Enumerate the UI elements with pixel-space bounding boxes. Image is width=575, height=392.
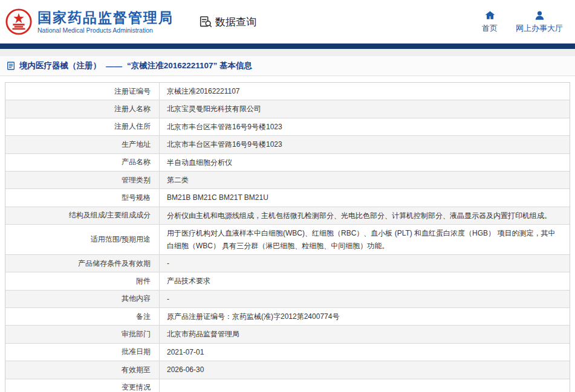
- row-value: 原产品注册证编号：京药监械(准)字2012第2400774号: [160, 308, 570, 325]
- registration-info-table: 注册证编号京械注准20162221107注册人名称北京宝灵曼阳光科技有限公司注册…: [5, 82, 570, 392]
- page: 国家药品监督管理局 National Medical Products Admi…: [0, 0, 575, 392]
- row-value: 京械注准20162221107: [160, 83, 570, 100]
- title-block: 国家药品监督管理局 National Medical Products Admi…: [37, 10, 174, 34]
- table-row: 批准日期2021-07-01: [5, 344, 570, 361]
- breadcrumb: 境内医疗器械（注册） —— “京械注准20162221107” 基本信息: [19, 60, 252, 71]
- row-label: 型号规格: [5, 189, 160, 206]
- nav-data-query[interactable]: 数据查询: [199, 15, 256, 29]
- row-label: 产品名称: [5, 154, 160, 171]
- row-label: 备注: [5, 308, 160, 325]
- row-value: 分析仪由主机和电源线组成，主机包括微孔检测部分、光电比色部分、计算机控制部分、液…: [160, 207, 570, 224]
- row-value: BM21B BM21C BM21T BM21U: [160, 189, 570, 206]
- breadcrumb-band: 境内医疗器械（注册） —— “京械注准20162221107” 基本信息: [0, 56, 575, 76]
- table-row: 注册人住所北京市丰台区丰管路16号9号楼1023: [5, 118, 570, 136]
- national-emblem-logo: [5, 8, 33, 36]
- home-link[interactable]: 首页: [482, 10, 498, 34]
- breadcrumb-category[interactable]: 境内医疗器械（注册）: [19, 60, 101, 71]
- table-row: 审批部门北京市药品监督管理局: [5, 326, 570, 343]
- header-divider-bar: [0, 43, 575, 49]
- table-row: 管理类别第二类: [5, 172, 570, 189]
- service-hall-link[interactable]: 网上办事大厅: [516, 10, 563, 34]
- row-label: 结构及组成/主要组成成分: [5, 207, 160, 224]
- row-value: 产品技术要求: [160, 272, 570, 289]
- row-label: 有效期至: [5, 361, 160, 378]
- row-value: 半自动血细胞分析仪: [160, 154, 570, 171]
- breadcrumb-detail: “京械注准20162221107” 基本信息: [127, 60, 252, 71]
- row-value: 北京市药品监督管理局: [160, 326, 570, 342]
- table-row: 备注原产品注册证编号：京药监械(准)字2012第2400774号: [5, 308, 570, 326]
- table-row: 其他内容-: [5, 291, 570, 308]
- row-label: 注册人住所: [5, 118, 160, 135]
- table-row: 附件产品技术要求: [5, 272, 570, 290]
- table-row: 生产地址北京市丰台区丰管路16号9号楼1023: [5, 136, 570, 153]
- row-label: 生产地址: [5, 136, 160, 153]
- row-label: 变更情况: [5, 379, 160, 392]
- table-row: 产品储存条件及有效期-: [5, 255, 570, 272]
- document-icon: [6, 61, 16, 71]
- row-value: 2026-06-30: [160, 361, 570, 378]
- service-hall-label: 网上办事大厅: [516, 23, 563, 34]
- table-row: 有效期至2026-06-30: [5, 361, 570, 379]
- row-value: 2021-07-01: [160, 344, 570, 361]
- home-icon: [484, 10, 496, 21]
- row-value: 用于医疗机构对人血液样本中白细胞(WBC)、红细胞（RBC）、血小板 (PLT)…: [160, 225, 570, 254]
- table-row: 结构及组成/主要组成成分分析仪由主机和电源线组成，主机包括微孔检测部分、光电比色…: [5, 207, 570, 225]
- row-value: -: [160, 291, 570, 307]
- logo-group: 国家药品监督管理局 National Medical Products Admi…: [5, 8, 174, 36]
- row-label: 注册证编号: [5, 83, 160, 100]
- row-label: 其他内容: [5, 291, 160, 307]
- row-value: [160, 379, 570, 392]
- row-label: 适用范围/预期用途: [5, 225, 160, 254]
- site-subtitle: National Medical Products Administration: [37, 27, 174, 34]
- header-links: 首页 网上办事大厅: [482, 10, 567, 34]
- table-row: 适用范围/预期用途用于医疗机构对人血液样本中白细胞(WBC)、红细胞（RBC）、…: [5, 225, 570, 255]
- site-header: 国家药品监督管理局 National Medical Products Admi…: [0, 0, 575, 43]
- user-icon: [534, 10, 545, 21]
- table-row: 型号规格BM21B BM21C BM21T BM21U: [5, 189, 570, 207]
- row-label: 注册人名称: [5, 100, 160, 117]
- row-value: 北京市丰台区丰管路16号9号楼1023: [160, 136, 570, 153]
- row-label: 管理类别: [5, 172, 160, 188]
- row-value: 第二类: [160, 172, 570, 188]
- table-row: 注册证编号京械注准20162221107: [5, 83, 570, 100]
- row-label: 批准日期: [5, 344, 160, 361]
- table-row: 产品名称半自动血细胞分析仪: [5, 154, 570, 172]
- row-value: -: [160, 255, 570, 272]
- gray-strip: [0, 49, 575, 56]
- table-row: 注册人名称北京宝灵曼阳光科技有限公司: [5, 100, 570, 118]
- data-query-icon: [199, 15, 212, 28]
- data-query-label: 数据查询: [215, 15, 256, 29]
- table-row: 变更情况: [5, 379, 570, 392]
- row-label: 附件: [5, 272, 160, 289]
- site-title: 国家药品监督管理局: [37, 10, 174, 25]
- home-label: 首页: [482, 23, 498, 34]
- row-label: 产品储存条件及有效期: [5, 255, 160, 272]
- row-label: 审批部门: [5, 326, 160, 342]
- breadcrumb-separator: ——: [106, 62, 122, 71]
- row-value: 北京市丰台区丰管路16号9号楼1023: [160, 118, 570, 135]
- row-value: 北京宝灵曼阳光科技有限公司: [160, 100, 570, 117]
